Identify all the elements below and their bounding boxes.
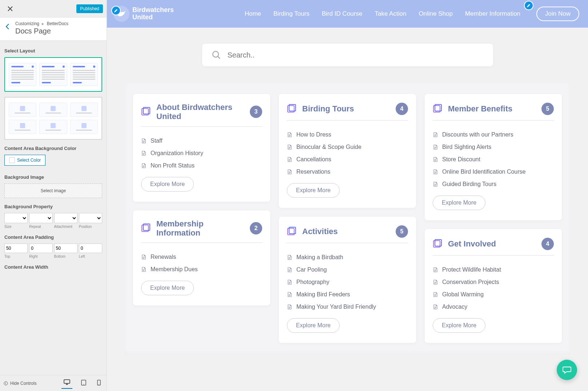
padding-right-input[interactable]: [29, 244, 52, 253]
file-icon: [433, 169, 438, 174]
explore-button[interactable]: Explore More: [287, 318, 340, 333]
select-color-button[interactable]: Select Color: [4, 155, 45, 166]
bg-attachment-select[interactable]: [54, 213, 77, 223]
prop-size-label: Size: [4, 225, 28, 229]
doc-list-item[interactable]: Advocacy: [433, 301, 554, 313]
doc-list-item[interactable]: Binocular & Scope Guide: [287, 141, 408, 153]
category-icon: [141, 107, 151, 116]
nav-tours[interactable]: Birding Tours: [273, 10, 309, 17]
explore-button[interactable]: Explore More: [141, 281, 194, 295]
bg-position-select[interactable]: [79, 213, 102, 223]
search-box[interactable]: [202, 44, 493, 66]
file-icon: [287, 292, 292, 297]
edit-shortcut-menu[interactable]: [524, 1, 533, 10]
page-title: Docs Page: [15, 27, 101, 35]
doc-list-item[interactable]: How to Dress: [287, 129, 408, 141]
doc-list-item[interactable]: Reservations: [287, 166, 408, 178]
svg-point-3: [83, 384, 84, 385]
select-layout-label: Select Layout: [4, 48, 102, 54]
card-title[interactable]: Activities: [302, 227, 390, 236]
card-title[interactable]: Birding Tours: [302, 104, 390, 113]
breadcrumb-card: Customizing ▸ BetterDocs Docs Page: [0, 17, 107, 41]
device-tablet-button[interactable]: [79, 378, 88, 388]
device-desktop-button[interactable]: [61, 378, 72, 389]
nav-home[interactable]: Home: [245, 10, 261, 17]
doc-list-item[interactable]: Conservation Projects: [433, 276, 554, 288]
card-title[interactable]: Get Involved: [448, 239, 536, 248]
bg-repeat-select[interactable]: [29, 213, 52, 223]
nav-member[interactable]: Member Information: [465, 10, 520, 17]
doc-list-item[interactable]: Protect Wildlife Habitat: [433, 264, 554, 276]
doc-list-item[interactable]: Organization History: [141, 147, 262, 159]
card-title[interactable]: About Birdwatchers United: [156, 103, 244, 121]
chat-fab[interactable]: [557, 360, 577, 380]
card-count: 5: [396, 225, 408, 238]
pad-right-label: Right: [29, 254, 52, 258]
hide-controls-label: Hide Controls: [10, 381, 37, 386]
explore-button[interactable]: Explore More: [287, 183, 340, 198]
file-icon: [287, 304, 292, 309]
doc-list-item[interactable]: Making Bird Feeders: [287, 288, 408, 301]
doc-list-item[interactable]: Non Profit Status: [141, 159, 262, 172]
layout-option-1[interactable]: [4, 57, 102, 92]
customizer-sidebar: Published Customizing ▸ BetterDocs Docs …: [0, 0, 107, 391]
layout-option-2[interactable]: [4, 97, 102, 140]
doc-list-item[interactable]: Car Pooling: [287, 264, 408, 276]
search-input[interactable]: [228, 51, 484, 59]
doc-list-item[interactable]: Membership Dues: [141, 263, 262, 276]
sidebar-body: Select Layout: [0, 41, 107, 375]
card-about: About Birdwatchers United 3 StaffOrganiz…: [133, 94, 270, 202]
card-involved: Get Involved 4 Protect Wildlife HabitatC…: [425, 229, 562, 343]
brand-text: Birdwatchers United: [132, 7, 174, 21]
content-bg-label: Content Area Background Color: [4, 146, 102, 151]
logo[interactable]: Birdwatchers United: [113, 6, 174, 22]
join-button[interactable]: Join Now: [536, 7, 579, 21]
device-mobile-button[interactable]: [95, 378, 103, 388]
doc-list-item[interactable]: Global Warming: [433, 288, 554, 301]
bg-image-label: Backgroud Image: [4, 174, 102, 180]
card-title[interactable]: Membership Information: [156, 219, 244, 238]
explore-button[interactable]: Explore More: [433, 318, 485, 333]
close-button[interactable]: [4, 2, 17, 15]
explore-button[interactable]: Explore More: [433, 196, 485, 210]
card-title[interactable]: Member Benefits: [448, 104, 536, 113]
content-width-label: Content Area Width: [4, 264, 102, 270]
hide-controls-button[interactable]: Hide Controls: [4, 381, 55, 386]
category-icon: [287, 104, 296, 114]
padding-bottom-input[interactable]: [54, 244, 77, 253]
padding-left-input[interactable]: [79, 244, 102, 253]
explore-button[interactable]: Explore More: [141, 177, 194, 191]
file-icon: [287, 157, 292, 162]
device-bar: Hide Controls: [0, 375, 107, 391]
publish-status-badge[interactable]: Published: [76, 4, 103, 13]
file-icon: [433, 145, 438, 150]
edit-shortcut-logo[interactable]: [111, 6, 121, 15]
nav-shop[interactable]: Online Shop: [419, 10, 453, 17]
content-sheet: About Birdwatchers United 3 StaffOrganiz…: [124, 82, 571, 355]
padding-top-input[interactable]: [4, 244, 28, 253]
breadcrumb-section[interactable]: BetterDocs: [47, 21, 68, 26]
doc-list-item[interactable]: Renewals: [141, 251, 262, 263]
doc-list-item[interactable]: Guided Birding Tours: [433, 178, 554, 190]
doc-list-item[interactable]: Online Bird Identification Course: [433, 166, 554, 178]
doc-list-item[interactable]: Photography: [287, 276, 408, 288]
card-membership: Membership Information 2 RenewalsMembers…: [133, 210, 270, 306]
nav-course[interactable]: Bird ID Course: [322, 10, 362, 17]
file-icon: [141, 267, 146, 272]
doc-list-item[interactable]: Discounts with our Partners: [433, 129, 554, 141]
doc-list-item[interactable]: Store Discount: [433, 153, 554, 166]
bg-size-select[interactable]: [4, 213, 28, 223]
select-image-button[interactable]: Select image: [4, 183, 102, 198]
nav-action[interactable]: Take Action: [375, 10, 406, 17]
main-nav: Home Birding Tours Bird ID Course Take A…: [245, 7, 579, 21]
svg-point-5: [99, 384, 99, 385]
doc-list-item[interactable]: Cancellations: [287, 153, 408, 166]
doc-list-item[interactable]: Making Your Yard Bird Friendly: [287, 301, 408, 313]
doc-list-item[interactable]: Making a Birdbath: [287, 251, 408, 264]
category-icon: [287, 227, 296, 236]
svg-rect-1: [64, 380, 70, 383]
search-icon: [212, 50, 221, 60]
back-button[interactable]: [5, 21, 15, 32]
doc-list-item[interactable]: Staff: [141, 135, 262, 147]
doc-list-item[interactable]: Bird Sighting Alerts: [433, 141, 554, 153]
